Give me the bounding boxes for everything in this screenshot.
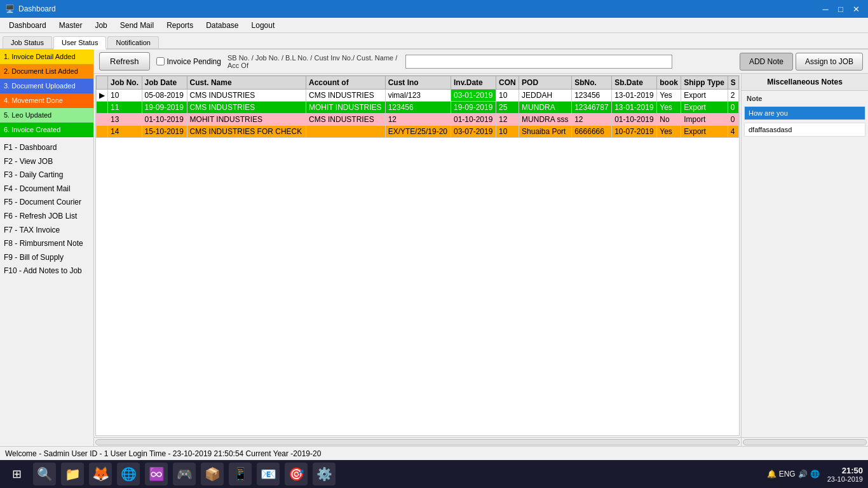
taskbar-left: ⊞ 🔍 📁 🦊 🌐 ♾️ 🎮 📦 📱 📧 🎯 ⚙️ bbox=[5, 463, 336, 485]
taskbar-search[interactable]: 🔍 bbox=[33, 463, 56, 485]
invoice-pending-checkbox-label[interactable]: Invoice Pending bbox=[156, 57, 221, 66]
menu-master[interactable]: Master bbox=[53, 20, 89, 31]
cell-book: Yes bbox=[657, 126, 681, 138]
notes-title: Miscellaneous Notes bbox=[742, 74, 868, 91]
menu-reports[interactable]: Reports bbox=[160, 20, 200, 31]
sidebar-item-document-list[interactable]: 2. Document List Added bbox=[0, 64, 93, 79]
note-item-0[interactable]: How are you bbox=[744, 106, 865, 120]
cell-job-date: 15-10-2019 bbox=[142, 126, 187, 138]
shortcut-f4: F4 - Dcoument Mail bbox=[4, 182, 90, 196]
row-arrow bbox=[97, 114, 108, 126]
job-table: Job No. Job Date Cust. Name Account of C… bbox=[96, 76, 739, 138]
shortcut-f8: F8 - Rimbursment Note bbox=[4, 237, 90, 251]
tab-user-status[interactable]: User Status bbox=[53, 36, 106, 50]
taskbar-file-explorer[interactable]: 📁 bbox=[61, 463, 84, 485]
cell-sb-date: 01-10-2019 bbox=[612, 114, 657, 126]
sidebar-item-leo-updated[interactable]: 5. Leo Updated bbox=[0, 108, 93, 123]
tab-notification[interactable]: Notification bbox=[107, 36, 158, 48]
table-row[interactable]: 1415-10-2019CMS INDUSTRIES FOR CHECKEX/Y… bbox=[97, 126, 739, 138]
tray-network[interactable]: 🌐 bbox=[810, 470, 820, 478]
taskbar-app1[interactable]: ♾️ bbox=[145, 463, 168, 485]
close-button[interactable]: ✕ bbox=[849, 3, 863, 15]
taskbar-email[interactable]: 📧 bbox=[257, 463, 280, 485]
cell-job-date: 05-08-2019 bbox=[142, 90, 187, 102]
cell-job-no: 14 bbox=[108, 126, 142, 138]
cell-shipp-type: Export bbox=[681, 102, 728, 114]
menu-send-mail[interactable]: Send Mail bbox=[114, 20, 160, 31]
cell-pod: MUNDRA bbox=[519, 102, 572, 114]
taskbar-app2[interactable]: 🎮 bbox=[173, 463, 196, 485]
clock-date: 23-10-2019 bbox=[827, 475, 863, 483]
taskbar-firefox[interactable]: 🦊 bbox=[89, 463, 112, 485]
menu-dashboard[interactable]: Dashboard bbox=[3, 20, 53, 31]
maximize-button[interactable]: □ bbox=[834, 3, 848, 15]
hscroll-track[interactable] bbox=[95, 439, 740, 445]
col-s: S bbox=[728, 76, 738, 90]
menu-database[interactable]: Database bbox=[200, 20, 245, 31]
invoice-pending-checkbox[interactable] bbox=[156, 57, 165, 65]
shortcut-f9: F9 - Bill of Supply bbox=[4, 251, 90, 265]
clock-time: 21:50 bbox=[827, 466, 863, 475]
shortcut-f10: F10 - Add Notes to Job bbox=[4, 264, 90, 278]
col-cust-ino: Cust Ino bbox=[385, 76, 451, 90]
note-item-1[interactable]: dfaffasasdasd bbox=[744, 123, 865, 137]
table-column: Job No. Job Date Cust. Name Account of C… bbox=[94, 74, 741, 446]
taskbar-chrome[interactable]: 🌐 bbox=[117, 463, 140, 485]
col-sb-no: SbNo. bbox=[572, 76, 612, 90]
col-job-date: Job Date bbox=[142, 76, 187, 90]
taskbar-app5[interactable]: 🎯 bbox=[285, 463, 308, 485]
refresh-button[interactable]: Refresh bbox=[99, 52, 150, 71]
cell-account-of: CMS INDUSTRIES bbox=[306, 90, 386, 102]
search-input[interactable] bbox=[405, 55, 672, 69]
col-sb-date: Sb.Date bbox=[612, 76, 657, 90]
table-area[interactable]: Job No. Job Date Cust. Name Account of C… bbox=[95, 75, 740, 436]
cell-sb-no: 12 bbox=[572, 114, 612, 126]
miscellaneous-section: Miscellaneous Notes Note How are you dfa… bbox=[741, 74, 868, 446]
cell-shipp-type: Export bbox=[681, 90, 728, 102]
sidebar-item-invoice-created[interactable]: 6. Invoice Created bbox=[0, 123, 93, 137]
notes-hscroll[interactable] bbox=[742, 437, 868, 446]
cell-sb-no: 12346787 bbox=[572, 102, 612, 114]
tray-notification[interactable]: 🔔 bbox=[767, 470, 776, 478]
cell-inv-date: 01-10-2019 bbox=[451, 114, 496, 126]
menu-job[interactable]: Job bbox=[88, 20, 113, 31]
table-row[interactable]: 1301-10-2019MOHIT INDUSTRIESCMS INDUSTRI… bbox=[97, 114, 739, 126]
cell-pod: JEDDAH bbox=[519, 90, 572, 102]
cell-job-date: 19-09-2019 bbox=[142, 102, 187, 114]
table-row[interactable]: ▶1005-08-2019CMS INDUSTRIESCMS INDUSTRIE… bbox=[97, 90, 739, 102]
taskbar-app6[interactable]: ⚙️ bbox=[313, 463, 336, 485]
shortcut-f7: F7 - TAX Invoice bbox=[4, 224, 90, 238]
center-content: Job No. Job Date Cust. Name Account of C… bbox=[94, 74, 868, 446]
sidebar-item-invoice-detail[interactable]: 1. Invoice Detail Added bbox=[0, 50, 93, 64]
cell-s: 0 bbox=[728, 114, 738, 126]
horizontal-scrollbar[interactable] bbox=[94, 437, 741, 446]
table-row[interactable]: 1119-09-2019CMS INDUSTRIESMOHIT INDUSTRI… bbox=[97, 102, 739, 114]
notes-hscroll-track[interactable] bbox=[743, 439, 867, 445]
assign-to-job-button[interactable]: Assign to JOB bbox=[796, 53, 863, 71]
taskbar-app3[interactable]: 📦 bbox=[201, 463, 224, 485]
tray-volume[interactable]: 🔊 bbox=[798, 470, 808, 478]
shortcut-f5: F5 - Document Courier bbox=[4, 196, 90, 210]
tab-job-status[interactable]: Job Status bbox=[3, 36, 52, 48]
shortcut-f1: F1 - Dashboard bbox=[4, 141, 90, 155]
cell-cust-ino: EX/YTE/25/19-20 bbox=[385, 126, 451, 138]
cell-cust-ino: 123456 bbox=[385, 102, 451, 114]
sidebar-item-document-uploaded[interactable]: 3. Document Uploaded bbox=[0, 79, 93, 93]
cell-sb-no: 123456 bbox=[572, 90, 612, 102]
tray-lang[interactable]: ENG bbox=[779, 470, 796, 478]
cell-cust-ino: 12 bbox=[385, 114, 451, 126]
status-bar: Welcome - Sadmin User ID - 1 User Login … bbox=[0, 446, 868, 460]
menu-logout[interactable]: Logout bbox=[245, 20, 281, 31]
cell-con: 10 bbox=[496, 126, 519, 138]
cell-cust-name: CMS INDUSTRIES bbox=[187, 102, 306, 114]
cell-pod: MUNDRA sss bbox=[519, 114, 572, 126]
invoice-pending-label: Invoice Pending bbox=[167, 57, 221, 66]
minimize-button[interactable]: ─ bbox=[818, 3, 832, 15]
start-button[interactable]: ⊞ bbox=[5, 463, 28, 485]
add-note-button[interactable]: ADD Note bbox=[740, 53, 793, 71]
cell-account-of: CMS INDUSTRIES bbox=[306, 114, 386, 126]
cell-s: 2 bbox=[728, 90, 738, 102]
sidebar-item-movement-done[interactable]: 4. Movement Done bbox=[0, 93, 93, 108]
taskbar-clock: 21:50 23-10-2019 bbox=[827, 466, 863, 483]
taskbar-app4[interactable]: 📱 bbox=[229, 463, 252, 485]
